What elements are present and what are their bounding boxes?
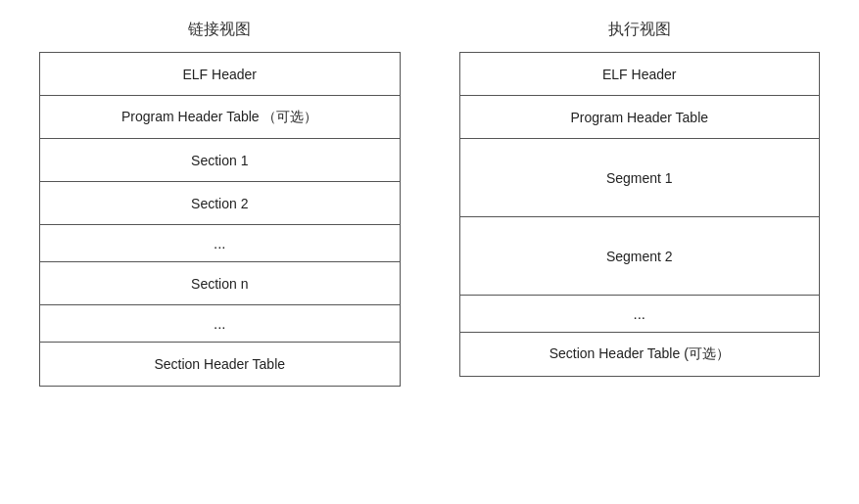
right-view-column: 执行视图 ELF HeaderProgram Header TableSegme… [459, 20, 821, 387]
main-container: 链接视图 ELF HeaderProgram Header Table （可选）… [39, 20, 820, 387]
left-table: ELF HeaderProgram Header Table （可选）Secti… [39, 52, 401, 387]
table-row: ... [460, 296, 820, 333]
table-row: Program Header Table （可选） [40, 96, 400, 139]
right-table: ELF HeaderProgram Header TableSegment 1S… [459, 52, 821, 377]
table-row: Section Header Table (可选） [460, 333, 820, 376]
table-row: Section n [40, 262, 400, 305]
table-row: Segment 2 [460, 217, 820, 296]
table-row: ELF Header [460, 53, 820, 96]
table-row: Program Header Table [460, 96, 820, 139]
left-view-title: 链接视图 [188, 20, 251, 40]
left-view-column: 链接视图 ELF HeaderProgram Header Table （可选）… [39, 20, 401, 387]
table-row: ELF Header [40, 53, 400, 96]
right-view-title: 执行视图 [608, 20, 671, 40]
table-row: ... [40, 305, 400, 343]
table-row: Section Header Table [40, 343, 400, 386]
table-row: Section 1 [40, 139, 400, 182]
table-row: Section 2 [40, 182, 400, 225]
table-row: Segment 1 [460, 139, 820, 217]
table-row: ... [40, 225, 400, 262]
